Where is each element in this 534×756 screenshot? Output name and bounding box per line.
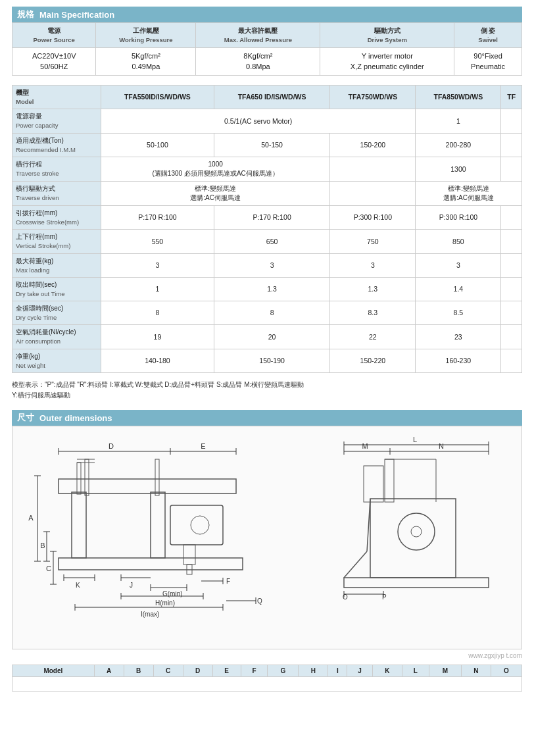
- cycletime-850: 8.5: [416, 301, 501, 325]
- svg-text:E: E: [201, 442, 205, 450]
- model-col-tf: TF: [501, 86, 522, 109]
- drive-system-value: Y inverter motorX,Z pneumatic cylinder: [320, 48, 454, 76]
- weight-850: 160-230: [416, 349, 501, 372]
- col-drive-system: 驅動方式 Drive System: [320, 23, 454, 48]
- btcol-d: D: [183, 665, 212, 677]
- model-col-550: TFA550ID/IS/WD/WS: [101, 86, 214, 109]
- table-row: AC220V±10V50/60HZ 5Kgf/cm²0.49Mpa 8Kgf/c…: [12, 48, 522, 76]
- model-note: 模型表示："P":成品臂 "R":料頭臂 I:單截式 W:雙截式 D:成品臂+料…: [12, 380, 522, 401]
- table-row: 電源容量 Power capacity 0.5/1(AC servo Motor…: [12, 109, 522, 133]
- svg-rect-24: [85, 459, 89, 495]
- svg-rect-28: [170, 505, 223, 545]
- svg-text:A: A: [28, 514, 34, 522]
- table-row: 全循環時間(sec) Dry cycle Time 8 8 8.3 8.5: [12, 301, 522, 325]
- page: 規格 Main Specification 電源 Power Source 工作…: [0, 0, 534, 698]
- note-line1: 模型表示："P":成品臂 "R":料頭臂 I:單截式 W:雙截式 D:成品臂+料…: [12, 381, 304, 388]
- imm-tf: [501, 133, 522, 157]
- traverse-550-650: 1000(選購1300 必須用變頻馬達或AC伺服馬達）: [101, 157, 330, 181]
- imm-850: 200-280: [416, 133, 501, 157]
- row-netweight-header: 净重(kg) Net weight: [12, 349, 101, 372]
- vertical-650: 650: [214, 230, 329, 253]
- svg-text:I(max): I(max): [141, 611, 159, 618]
- weight-750: 150-220: [330, 349, 416, 372]
- traverse-tf: [501, 157, 522, 181]
- svg-rect-71: [385, 459, 394, 502]
- svg-text:M: M: [362, 442, 368, 450]
- power-source-value: AC220V±10V50/60HZ: [12, 48, 96, 76]
- right-diagram-svg: L M N: [331, 433, 515, 637]
- cycletime-750: 8.3: [330, 301, 416, 325]
- swivel-value: 90°FixedPneumatic: [454, 48, 522, 76]
- outer-dim-section-header: 尺寸 Outer dimensions: [12, 410, 522, 426]
- vertical-550: 550: [101, 230, 214, 253]
- svg-rect-19: [59, 558, 243, 570]
- btcol-o: O: [491, 665, 522, 677]
- row-crosswise-header: 引拔行程(mm) Crosswise Stroke(mm): [12, 205, 101, 229]
- power-cap-850: 1: [416, 109, 501, 133]
- table-row: 取出時間(sec) Dry take out Time 1 1.3 1.3 1.…: [12, 277, 522, 301]
- vertical-750: 750: [330, 230, 416, 253]
- btcol-model: Model: [12, 665, 95, 677]
- traverse-driven-750: [330, 181, 416, 205]
- weight-650: 150-190: [214, 349, 329, 372]
- left-diagram-svg: D E A B C: [19, 433, 295, 637]
- col-working-pressure: 工作氣壓 Working Pressure: [96, 23, 196, 48]
- air-850: 23: [416, 325, 501, 349]
- row-airconsumption-header: 空氣消耗量(Nl/cycle) Air consumption: [12, 325, 101, 349]
- row-drytime-header: 取出時間(sec) Dry take out Time: [12, 277, 101, 301]
- svg-text:J: J: [130, 582, 133, 589]
- btcol-b: B: [124, 665, 153, 677]
- drytime-550: 1: [101, 277, 214, 301]
- power-cap-550-650-750: 0.5/1(AC servo Motor): [101, 109, 416, 133]
- model-col-650: TFA650 ID/IS/WD/WS: [214, 86, 329, 109]
- cycletime-550: 8: [101, 301, 214, 325]
- svg-rect-20: [72, 492, 86, 558]
- svg-rect-25: [155, 459, 159, 495]
- col-power-source: 電源 Power Source: [12, 23, 96, 48]
- traverse-850: 1300: [416, 157, 501, 181]
- diagram-area: D E A B C: [12, 426, 522, 649]
- crosswise-550: P:170 R:100: [101, 205, 214, 229]
- traverse-driven-550-650: 標準:變頻馬達選購:AC伺服馬達: [101, 181, 330, 205]
- maxload-850: 3: [416, 253, 501, 277]
- bottom-dimensions-table: Model A B C D E F G H I J K L M N O: [12, 665, 522, 692]
- traverse-750: [330, 157, 416, 181]
- btcol-e: E: [212, 665, 241, 677]
- svg-text:B: B: [40, 542, 45, 549]
- table-row: [12, 677, 522, 692]
- working-pressure-value: 5Kgf/cm²0.49Mpa: [96, 48, 196, 76]
- btcol-j: J: [347, 665, 373, 677]
- main-spec-section-header: 規格 Main Specification: [12, 7, 522, 22]
- model-col-750: TFA750WD/WS: [330, 86, 416, 109]
- svg-rect-70: [364, 466, 383, 502]
- drytime-850: 1.4: [416, 277, 501, 301]
- watermark: www.zgxjiyp t.com: [12, 652, 522, 659]
- diagram-right: L M N: [331, 433, 515, 638]
- diagram-left: D E A B C: [19, 433, 318, 638]
- table-row: 净重(kg) Net weight 140-180 150-190 150-22…: [12, 349, 522, 372]
- svg-point-74: [398, 513, 435, 550]
- imm-750: 150-200: [330, 133, 416, 157]
- row-cycletime-header: 全循環時間(sec) Dry cycle Time: [12, 301, 101, 325]
- btcol-c: C: [153, 665, 183, 677]
- svg-text:O: O: [343, 593, 348, 601]
- btcol-k: K: [372, 665, 402, 677]
- crosswise-tf: [501, 205, 522, 229]
- row-maxload-header: 最大荷重(kg) Max loading: [12, 253, 101, 277]
- svg-text:C: C: [46, 565, 51, 572]
- drytime-750: 1.3: [330, 277, 416, 301]
- svg-rect-23: [77, 463, 81, 494]
- outer-dim-en-label: Outer dimensions: [39, 413, 112, 423]
- svg-text:K: K: [76, 582, 80, 589]
- air-650: 20: [214, 325, 329, 349]
- svg-text:Q: Q: [257, 597, 262, 605]
- weight-550: 140-180: [101, 349, 214, 372]
- cycletime-650: 8: [214, 301, 329, 325]
- table-row: 橫行行程 Traverse stroke 1000(選購1300 必須用變頻馬達…: [12, 157, 522, 181]
- drytime-tf: [501, 277, 522, 301]
- air-tf: [501, 325, 522, 349]
- outer-dim-zh-label: 尺寸: [17, 412, 34, 424]
- svg-point-75: [411, 526, 422, 537]
- main-spec-zh-label: 規格: [17, 9, 34, 20]
- svg-line-76: [344, 551, 367, 578]
